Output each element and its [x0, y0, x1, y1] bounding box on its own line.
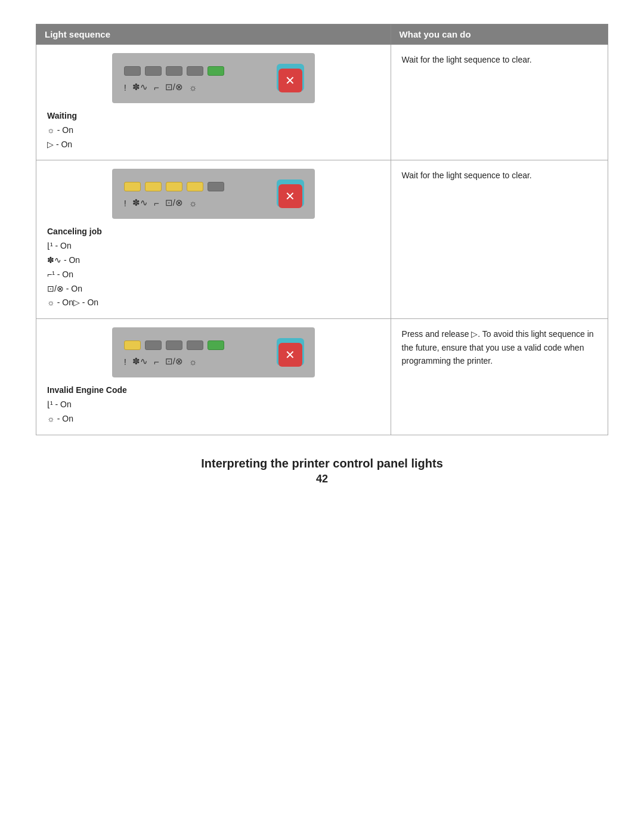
- panel-icon-1-3: ⊡/⊗: [165, 197, 183, 208]
- panel-icon-0-0: !: [124, 82, 126, 92]
- section-title-1: Canceling job: [47, 227, 102, 236]
- light-0-4: [208, 66, 224, 76]
- panel-icon-2-2: ⌐: [154, 357, 159, 367]
- cancel-button-0[interactable]: ✕: [278, 69, 302, 92]
- indicator-2-0: ⌊¹ - On: [47, 400, 72, 409]
- panel-icon-1-2: ⌐: [154, 198, 159, 208]
- light-0-3: [187, 66, 203, 76]
- row-right-0: Wait for the light sequence to clear.: [391, 45, 608, 160]
- row-right-2: Press and release ▷. To avoid this light…: [391, 319, 608, 435]
- panel-icon-0-1: ✽∿: [132, 82, 148, 92]
- header-what-you-can-do: What you can do: [391, 24, 608, 45]
- light-1-0: [124, 182, 141, 191]
- icons-row-2: !✽∿⌐⊡/⊗☼: [124, 356, 197, 367]
- light-1-4: [208, 182, 224, 191]
- lights-row-2: [124, 340, 224, 350]
- light-0-1: [145, 66, 162, 76]
- row-left-1: !✽∿⌐⊡/⊗☼▶✕Canceling job⌊¹ - On✽∿ - On⌐¹ …: [36, 160, 391, 319]
- panel-icon-2-4: ☼: [189, 357, 197, 367]
- panel-icon-1-4: ☼: [189, 198, 197, 208]
- indicator-1-0: ⌊¹ - On: [47, 241, 72, 250]
- section-title-2: Invalid Engine Code: [47, 385, 127, 395]
- indicator-1-3: ⊡/⊗ - On: [47, 284, 82, 293]
- light-2-4: [208, 340, 224, 350]
- indicator-0-1: ▷ - On: [47, 140, 72, 149]
- panel-icon-1-0: !: [124, 198, 126, 208]
- row-left-2: !✽∿⌐⊡/⊗☼▶✕Invalid Engine Code⌊¹ - On☼ - …: [36, 319, 391, 435]
- printer-panel-2: !✽∿⌐⊡/⊗☼▶✕: [112, 327, 315, 377]
- row-right-1: Wait for the light sequence to clear.: [391, 160, 608, 319]
- light-0-0: [124, 66, 141, 76]
- icons-row-1: !✽∿⌐⊡/⊗☼: [124, 197, 197, 208]
- indicator-0-0: ☼ - On: [47, 125, 73, 135]
- panel-icon-0-4: ☼: [189, 82, 197, 92]
- light-2-1: [145, 340, 162, 350]
- footer-page: 42: [201, 473, 443, 485]
- panel-icon-1-1: ✽∿: [132, 197, 148, 208]
- panel-icon-2-1: ✽∿: [132, 356, 148, 367]
- light-2-0: [124, 340, 141, 350]
- light-1-2: [166, 182, 182, 191]
- section-label-2: Invalid Engine Code⌊¹ - On☼ - On: [47, 383, 380, 426]
- panel-icon-2-3: ⊡/⊗: [165, 356, 183, 367]
- cancel-button-1[interactable]: ✕: [278, 184, 302, 208]
- section-label-1: Canceling job⌊¹ - On✽∿ - On⌐¹ - On⊡/⊗ - …: [47, 225, 380, 310]
- main-table: Light sequence What you can do !✽∿⌐⊡/⊗☼▶…: [36, 24, 608, 435]
- footer-title: Interpreting the printer control panel l…: [201, 457, 443, 470]
- lights-row-1: [124, 182, 224, 191]
- printer-panel-0: !✽∿⌐⊡/⊗☼▶✕: [112, 53, 315, 103]
- panel-icon-2-0: !: [124, 357, 126, 367]
- light-1-1: [145, 182, 162, 191]
- right-text-1: Wait for the light sequence to clear.: [402, 169, 597, 182]
- light-2-2: [166, 340, 182, 350]
- footer: Interpreting the printer control panel l…: [201, 435, 443, 485]
- indicator-1-4: ☼ - On▷ - On: [47, 298, 98, 307]
- light-2-3: [187, 340, 203, 350]
- panel-icon-0-2: ⌐: [154, 82, 159, 92]
- header-light-sequence: Light sequence: [36, 24, 391, 45]
- section-title-0: Waiting: [47, 111, 77, 120]
- right-text-2: Press and release ▷. To avoid this light…: [402, 327, 597, 367]
- indicator-1-2: ⌐¹ - On: [47, 270, 73, 279]
- printer-panel-1: !✽∿⌐⊡/⊗☼▶✕: [112, 169, 315, 219]
- light-0-2: [166, 66, 182, 76]
- row-left-0: !✽∿⌐⊡/⊗☼▶✕Waiting☼ - On▷ - On: [36, 45, 391, 160]
- indicator-2-1: ☼ - On: [47, 414, 73, 423]
- light-1-3: [187, 182, 203, 191]
- cancel-button-2[interactable]: ✕: [278, 343, 302, 367]
- indicator-1-1: ✽∿ - On: [47, 255, 80, 265]
- icons-row-0: !✽∿⌐⊡/⊗☼: [124, 82, 197, 92]
- section-label-0: Waiting☼ - On▷ - On: [47, 109, 380, 151]
- panel-icon-0-3: ⊡/⊗: [165, 82, 183, 92]
- right-text-0: Wait for the light sequence to clear.: [402, 53, 597, 66]
- lights-row-0: [124, 66, 224, 76]
